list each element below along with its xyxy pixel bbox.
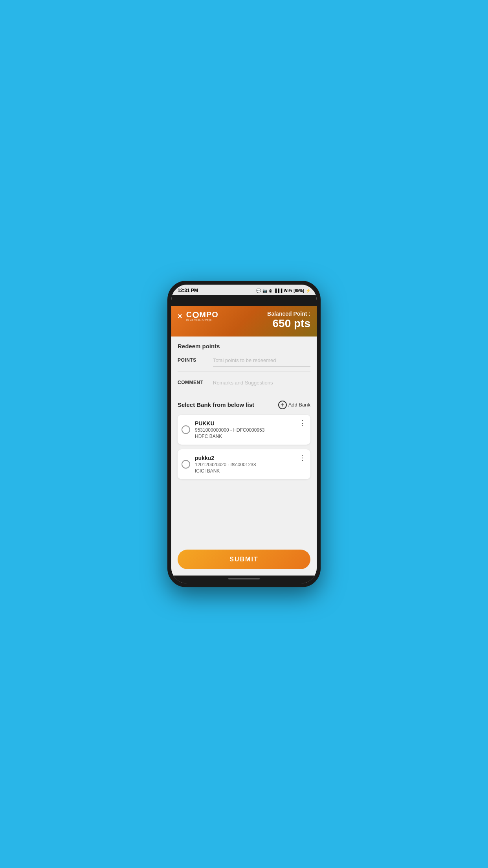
comment-field: COMMENT xyxy=(178,378,310,389)
status-icons: 💬 📷 ◎ ▐▐▐ WiFi [65%] ⚡ xyxy=(256,289,310,293)
bank-section-header: Select Bank from below list + Add Bank xyxy=(178,401,310,409)
balance-label: Balanced Point : xyxy=(267,311,310,317)
bank-menu-1[interactable]: ⋮ xyxy=(299,419,306,427)
notch-area xyxy=(171,295,317,306)
bank-name-1: PUKKU xyxy=(195,420,305,427)
bank-radio-1[interactable] xyxy=(182,425,190,434)
signal-icon: ▐▐▐ xyxy=(274,289,282,293)
phone-frame: 12:31 PM 💬 📷 ◎ ▐▐▐ WiFi [65%] ⚡ × CMPO xyxy=(167,281,321,587)
bank-info-2: pukku2 120120420420 - ifsc0001233 ICICI … xyxy=(195,455,305,474)
app-header: × CMPO In Control. Always. Balanced Poin… xyxy=(171,306,317,337)
bank-account-2: 120120420420 - ifsc0001233 xyxy=(195,462,305,467)
header-right: Balanced Point : 650 pts xyxy=(267,311,310,330)
points-field: POINTS xyxy=(178,356,310,367)
charging-icon: ⚡ xyxy=(306,289,310,293)
header-left: × CMPO In Control. Always. xyxy=(178,311,218,321)
main-content: Redeem points POINTS COMMENT Select Bank… xyxy=(171,337,317,545)
points-input[interactable] xyxy=(213,356,310,367)
comment-input[interactable] xyxy=(213,378,310,389)
whatsapp-icon: 💬 xyxy=(256,289,261,293)
bank-section-title: Select Bank from below list xyxy=(178,401,254,408)
bank-card-1[interactable]: PUKKU 9531000000000 - HDFC0000953 HDFC B… xyxy=(178,415,310,445)
logo-area: CMPO In Control. Always. xyxy=(186,311,218,321)
add-bank-label: Add Bank xyxy=(288,402,310,408)
bank-info-1: PUKKU 9531000000000 - HDFC0000953 HDFC B… xyxy=(195,420,305,439)
phone-screen: 12:31 PM 💬 📷 ◎ ▐▐▐ WiFi [65%] ⚡ × CMPO xyxy=(171,285,317,583)
balance-value: 650 pts xyxy=(267,317,310,330)
bank-type-2: ICICI BANK xyxy=(195,468,305,474)
submit-button[interactable]: SUBMIT xyxy=(178,550,310,569)
add-bank-icon: + xyxy=(278,401,287,409)
home-bar xyxy=(228,578,260,579)
divider-2 xyxy=(178,394,310,394)
points-label: POINTS xyxy=(178,356,213,363)
notch xyxy=(220,295,268,303)
status-bar: 12:31 PM 💬 📷 ◎ ▐▐▐ WiFi [65%] ⚡ xyxy=(171,285,317,295)
submit-area: SUBMIT xyxy=(171,545,317,576)
close-button[interactable]: × xyxy=(178,312,182,320)
status-time: 12:31 PM xyxy=(178,288,198,293)
home-indicator xyxy=(171,576,317,583)
camera-icon: 📷 xyxy=(262,289,267,293)
bank-type-1: HDFC BANK xyxy=(195,434,305,439)
add-bank-button[interactable]: + Add Bank xyxy=(278,401,310,409)
wifi-icon: WiFi xyxy=(284,289,292,293)
section-title: Redeem points xyxy=(178,343,310,349)
battery-icon: [65%] xyxy=(294,289,304,293)
bank-menu-2[interactable]: ⋮ xyxy=(299,453,306,462)
bank-account-1: 9531000000000 - HDFC0000953 xyxy=(195,427,305,433)
logo-text: CMPO xyxy=(186,311,218,318)
bank-name-2: pukku2 xyxy=(195,455,305,461)
location-icon: ◎ xyxy=(269,289,272,293)
bank-radio-2[interactable] xyxy=(182,460,190,469)
logo-subtitle: In Control. Always. xyxy=(186,318,213,321)
bank-card-2[interactable]: pukku2 120120420420 - ifsc0001233 ICICI … xyxy=(178,449,310,479)
comment-label: COMMENT xyxy=(178,378,213,385)
divider-1 xyxy=(178,371,310,372)
